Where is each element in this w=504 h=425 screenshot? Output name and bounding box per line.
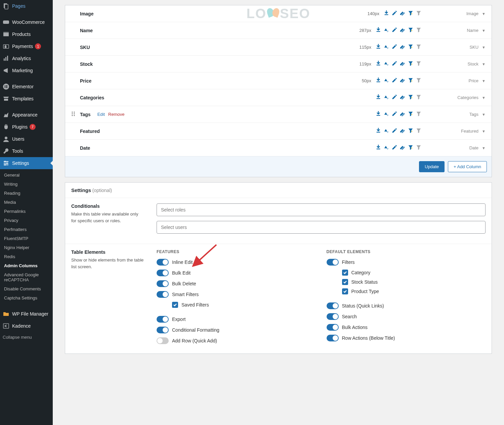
filter-check-2[interactable]: Product Type xyxy=(342,288,486,294)
filter-icon[interactable] xyxy=(416,111,422,118)
toggle-switch[interactable] xyxy=(327,259,339,266)
collapse-menu[interactable]: Collapse menu xyxy=(0,332,53,342)
chevron-down-icon[interactable]: ▼ xyxy=(482,129,486,133)
smart-filter-icon[interactable] xyxy=(408,10,414,17)
filter-icon[interactable] xyxy=(416,10,422,17)
toggle-switch[interactable] xyxy=(157,291,169,298)
download-icon[interactable] xyxy=(375,60,381,67)
download-icon[interactable] xyxy=(375,128,381,135)
toggle-switch[interactable] xyxy=(327,335,339,341)
sidebar-item-wpfile[interactable]: WP File Manager xyxy=(0,308,53,320)
select-users[interactable]: Select users xyxy=(157,221,486,234)
sort-icon[interactable] xyxy=(383,94,389,101)
chevron-down-icon[interactable]: ▼ xyxy=(482,146,486,150)
submenu-recaptcha[interactable]: Advanced Google reCAPTCHA xyxy=(0,270,53,284)
sort-icon[interactable] xyxy=(383,44,389,51)
chevron-down-icon[interactable]: ▼ xyxy=(482,96,486,100)
sidebar-item-payments[interactable]: $Payments1 xyxy=(0,40,53,52)
sidebar-item-woocommerce[interactable]: WooCommerce xyxy=(0,16,53,28)
smart-filter-icon[interactable] xyxy=(408,111,414,118)
toggle-switch[interactable] xyxy=(157,280,169,287)
filter-icon[interactable] xyxy=(416,44,422,51)
download-icon[interactable] xyxy=(375,94,381,101)
update-button[interactable]: Update xyxy=(419,161,445,172)
chevron-down-icon[interactable]: ▼ xyxy=(482,12,486,16)
chevron-down-icon[interactable]: ▼ xyxy=(482,29,486,33)
filter-icon[interactable] xyxy=(416,144,422,151)
edit-icon[interactable] xyxy=(391,10,397,17)
submenu-nginx[interactable]: Nginx Helper xyxy=(0,243,53,252)
sidebar-item-pages[interactable]: Pages xyxy=(0,0,53,12)
download-icon[interactable] xyxy=(375,144,381,151)
filter-icon[interactable] xyxy=(416,60,422,67)
filter-check-1[interactable]: Stock Status xyxy=(342,279,486,285)
remove-link[interactable]: Remove xyxy=(108,112,124,117)
submenu-writing[interactable]: Writing xyxy=(0,180,53,189)
bulk-edit-icon[interactable] xyxy=(400,111,406,118)
column-row[interactable]: FeaturedFeatured▼ xyxy=(65,123,492,140)
filter-icon[interactable] xyxy=(416,27,422,34)
smart-filter-icon[interactable] xyxy=(408,128,414,135)
edit-icon[interactable] xyxy=(391,111,397,118)
submenu-admin-columns[interactable]: Admin Columns xyxy=(0,261,53,270)
sidebar-item-analytics[interactable]: Analytics xyxy=(0,52,53,64)
smart-filter-icon[interactable] xyxy=(408,94,414,101)
select-roles[interactable]: Select roles xyxy=(157,203,486,216)
sidebar-item-appearance[interactable]: Appearance xyxy=(0,109,53,121)
smart-filter-icon[interactable] xyxy=(408,27,414,34)
sort-icon[interactable] xyxy=(383,60,389,67)
filter-check-0[interactable]: Category xyxy=(342,270,486,276)
download-icon[interactable] xyxy=(375,111,381,118)
download-icon[interactable] xyxy=(375,27,381,34)
bulk-edit-icon[interactable] xyxy=(400,10,406,17)
bulk-edit-icon[interactable] xyxy=(400,94,406,101)
filter-icon[interactable] xyxy=(416,77,422,84)
saved-filters-check[interactable]: Saved Filters xyxy=(172,302,316,308)
sort-icon[interactable] xyxy=(383,27,389,34)
toggle-switch[interactable] xyxy=(157,270,169,276)
edit-icon[interactable] xyxy=(391,60,397,67)
chevron-down-icon[interactable]: ▼ xyxy=(482,45,486,49)
download-icon[interactable] xyxy=(375,44,381,51)
column-row[interactable]: CategoriesCategories▼ xyxy=(65,89,492,106)
column-row[interactable]: Stock119pxStock▼ xyxy=(65,56,492,73)
edit-icon[interactable] xyxy=(391,128,397,135)
sort-icon[interactable] xyxy=(383,111,389,118)
submenu-disable-comments[interactable]: Disable Comments xyxy=(0,284,53,293)
sidebar-item-marketing[interactable]: Marketing xyxy=(0,64,53,77)
submenu-permalinks[interactable]: Permalinks xyxy=(0,207,53,216)
submenu-media[interactable]: Media xyxy=(0,198,53,207)
chevron-down-icon[interactable]: ▼ xyxy=(482,79,486,83)
column-row[interactable]: DateDate▼ xyxy=(65,140,492,156)
toggle-switch[interactable] xyxy=(157,316,169,323)
sort-icon[interactable] xyxy=(383,144,389,151)
submenu-privacy[interactable]: Privacy xyxy=(0,216,53,225)
submenu-fluentsmtp[interactable]: FluentSMTP xyxy=(0,234,53,243)
download-icon[interactable] xyxy=(383,10,389,17)
edit-icon[interactable] xyxy=(391,77,397,84)
filter-icon[interactable] xyxy=(416,128,422,135)
sort-icon[interactable] xyxy=(383,128,389,135)
smart-filter-icon[interactable] xyxy=(408,44,414,51)
sidebar-item-templates[interactable]: Templates xyxy=(0,93,53,105)
submenu-general[interactable]: General xyxy=(0,171,53,180)
sidebar-item-users[interactable]: Users xyxy=(0,133,53,145)
edit-link[interactable]: Edit xyxy=(97,112,105,117)
submenu-captcha[interactable]: Captcha Settings xyxy=(0,293,53,302)
edit-icon[interactable] xyxy=(391,144,397,151)
smart-filter-icon[interactable] xyxy=(408,144,414,151)
download-icon[interactable] xyxy=(375,77,381,84)
toggle-switch[interactable] xyxy=(327,302,339,309)
sort-icon[interactable] xyxy=(383,77,389,84)
bulk-edit-icon[interactable] xyxy=(400,144,406,151)
sidebar-item-tools[interactable]: Tools xyxy=(0,145,53,157)
sidebar-item-kadence[interactable]: Kadence xyxy=(0,320,53,332)
add-column-button[interactable]: + Add Column xyxy=(448,161,487,172)
chevron-down-icon[interactable]: ▼ xyxy=(482,112,486,116)
sidebar-item-elementor[interactable]: Elementor xyxy=(0,81,53,93)
edit-icon[interactable] xyxy=(391,44,397,51)
column-row[interactable]: Price50pxPrice▼ xyxy=(65,73,492,89)
column-row[interactable]: Image140pxImage▼ xyxy=(65,5,492,22)
submenu-redis[interactable]: Redis xyxy=(0,252,53,261)
bulk-edit-icon[interactable] xyxy=(400,77,406,84)
